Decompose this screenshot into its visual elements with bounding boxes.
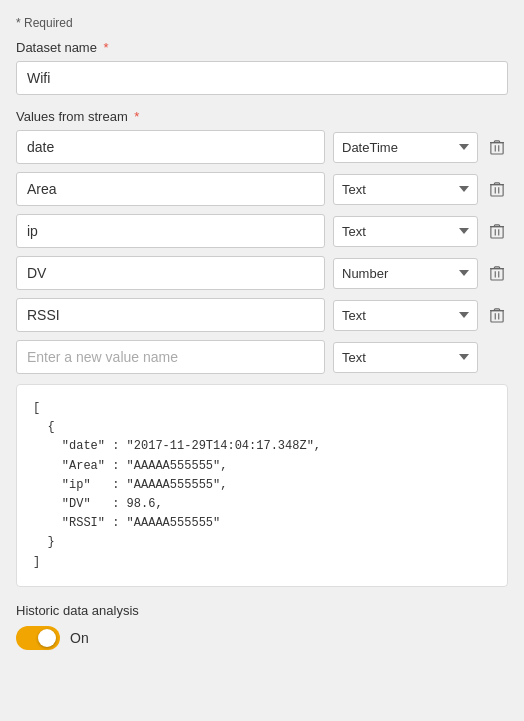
values-from-stream-label: Values from stream * — [16, 109, 508, 124]
svg-rect-4 — [491, 185, 503, 196]
historic-section: Historic data analysis On — [16, 603, 508, 650]
svg-rect-8 — [491, 227, 503, 238]
values-required-star: * — [131, 109, 140, 124]
required-note: * Required — [16, 16, 508, 30]
stream-name-input-rssi[interactable] — [16, 298, 325, 332]
stream-name-input-dv[interactable] — [16, 256, 325, 290]
svg-rect-16 — [491, 311, 503, 322]
stream-row-rssi: DateTime Text Number — [16, 298, 508, 332]
stream-name-input-area[interactable] — [16, 172, 325, 206]
toggle-thumb — [38, 629, 56, 647]
stream-type-select-dv[interactable]: DateTime Text Number — [333, 258, 478, 289]
delete-icon-date — [490, 138, 504, 156]
stream-type-select-rssi[interactable]: DateTime Text Number — [333, 300, 478, 331]
historic-toggle[interactable] — [16, 626, 60, 650]
delete-icon-rssi — [490, 306, 504, 324]
delete-icon-ip — [490, 222, 504, 240]
dataset-name-section: Dataset name * — [16, 40, 508, 95]
toggle-track — [16, 626, 60, 650]
stream-name-input-ip[interactable] — [16, 214, 325, 248]
stream-row-dv: DateTime Text Number — [16, 256, 508, 290]
stream-row-ip: DateTime Text Number — [16, 214, 508, 248]
toggle-on-label: On — [70, 630, 89, 646]
delete-button-rssi[interactable] — [486, 304, 508, 326]
new-value-name-input[interactable] — [16, 340, 325, 374]
dataset-name-required-star: * — [100, 40, 109, 55]
delete-icon-area — [490, 180, 504, 198]
svg-rect-12 — [491, 269, 503, 280]
new-value-type-select[interactable]: DateTime Text Number — [333, 342, 478, 373]
delete-button-ip[interactable] — [486, 220, 508, 242]
delete-button-date[interactable] — [486, 136, 508, 158]
toggle-row: On — [16, 626, 508, 650]
stream-row-area: DateTime Text Number — [16, 172, 508, 206]
values-from-stream-section: Values from stream * DateTime Text Numbe… — [16, 109, 508, 374]
delete-button-dv[interactable] — [486, 262, 508, 284]
stream-row-date: DateTime Text Number — [16, 130, 508, 164]
delete-button-area[interactable] — [486, 178, 508, 200]
historic-label: Historic data analysis — [16, 603, 508, 618]
json-preview: [ { "date" : "2017-11-29T14:04:17.348Z",… — [16, 384, 508, 587]
dataset-name-input[interactable] — [16, 61, 508, 95]
svg-rect-0 — [491, 143, 503, 154]
dataset-name-label: Dataset name * — [16, 40, 508, 55]
stream-type-select-ip[interactable]: DateTime Text Number — [333, 216, 478, 247]
delete-icon-dv — [490, 264, 504, 282]
stream-name-input-date[interactable] — [16, 130, 325, 164]
new-value-row: DateTime Text Number — [16, 340, 508, 374]
stream-type-select-date[interactable]: DateTime Text Number — [333, 132, 478, 163]
stream-type-select-area[interactable]: DateTime Text Number — [333, 174, 478, 205]
